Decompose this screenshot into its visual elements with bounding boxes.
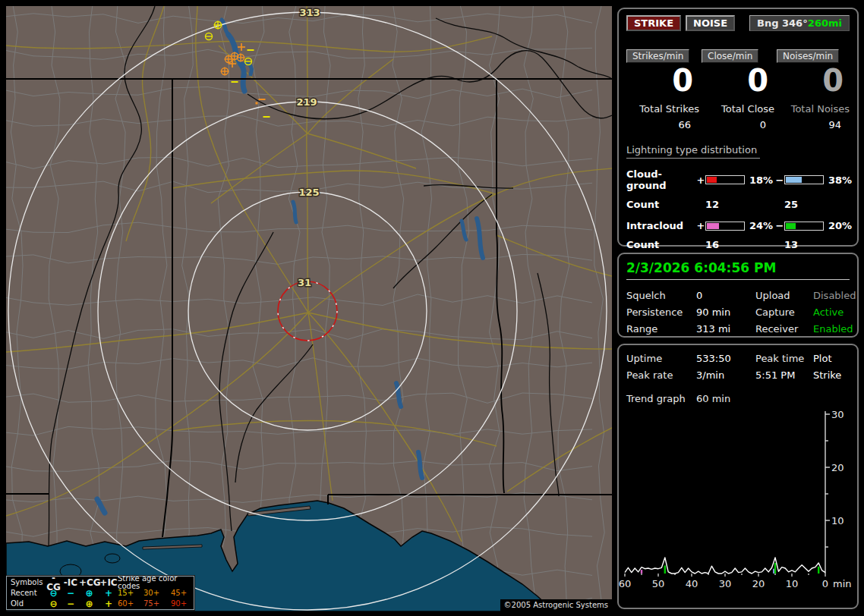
receiver-label: Receiver xyxy=(755,323,813,335)
minus-sign: − xyxy=(775,174,784,186)
cg-negative-percent: 38% xyxy=(824,174,850,186)
ic-positive-count: 16 xyxy=(705,239,745,250)
strikes-per-min-value: 0 xyxy=(626,64,699,96)
plus-sign: + xyxy=(696,174,705,186)
total-noises-value: 94 xyxy=(777,119,850,130)
strikes-per-min-badge: Strikes/min xyxy=(626,49,689,63)
ic-negative-count: 13 xyxy=(784,239,824,250)
lightning-type-distribution: Lightning type distribution Cloud-ground… xyxy=(626,144,850,250)
legend-symbol-2: ⊕ xyxy=(79,589,99,598)
legend-age-60plus: 60+ xyxy=(118,600,143,608)
cg-positive-bar xyxy=(705,175,745,184)
capture-label: Capture xyxy=(755,306,813,318)
legend-symbol-3: + xyxy=(99,589,118,598)
map-canvas[interactable]: 31125219313 xyxy=(6,6,612,611)
peak-rate-label: Peak rate xyxy=(626,369,696,381)
strikes-counter-column: Strikes/min 0 Total Strikes 66 xyxy=(626,49,699,130)
trend-graph-label: Trend graph xyxy=(626,393,696,404)
cloud-ground-label: Cloud-ground xyxy=(626,168,696,191)
legend-symbol-1: − xyxy=(62,589,79,598)
uptime-value: 533:50 xyxy=(696,353,755,364)
total-strikes-label: Total Strikes xyxy=(626,103,699,115)
count-label: Count xyxy=(626,239,696,250)
bearing-distance: 260mi xyxy=(808,17,842,29)
legend-symbol-0: ⊖ xyxy=(45,599,62,608)
datetime-display: 2/3/2026 6:04:56 PM xyxy=(626,260,850,280)
total-strikes-value: 66 xyxy=(626,119,699,130)
legend-row-label: Old xyxy=(11,600,45,608)
svg-text:20: 20 xyxy=(752,578,765,589)
noises-per-min-value: 0 xyxy=(777,64,850,96)
legend-header-cg: +CG xyxy=(79,578,99,587)
capture-status: Active xyxy=(813,306,856,318)
cg-negative-count: 25 xyxy=(784,199,824,210)
close-per-min-badge: Close/min xyxy=(702,49,758,63)
legend-symbol-1: − xyxy=(62,599,79,608)
svg-text:40: 40 xyxy=(686,578,698,589)
noise-toggle-button[interactable]: NOISE xyxy=(686,15,735,31)
legend-header-ic: -IC xyxy=(62,578,79,587)
persistence-value: 90 min xyxy=(696,306,755,318)
strike-symbol-dot xyxy=(256,102,258,105)
svg-text:10: 10 xyxy=(786,578,799,589)
legend-age-90plus: 90+ xyxy=(171,600,194,608)
trend-line xyxy=(625,558,825,574)
legend-age-title: Strike age color codes xyxy=(118,575,194,590)
legend-age-15plus: 15+ xyxy=(118,589,143,597)
svg-text:20: 20 xyxy=(831,462,844,473)
svg-text:125: 125 xyxy=(298,187,319,198)
cg-negative-bar xyxy=(784,175,824,184)
squelch-label: Squelch xyxy=(626,290,696,301)
intracloud-label: Intracloud xyxy=(626,220,696,231)
legend-header-symbols: Symbols xyxy=(11,579,45,586)
svg-text:219: 219 xyxy=(296,96,317,108)
svg-text:313: 313 xyxy=(299,7,320,18)
status-panel: 2/3/2026 6:04:56 PM Squelch 0 Upload Dis… xyxy=(617,253,859,338)
bearing-indicator: Bng 346° 260mi xyxy=(749,15,850,31)
svg-text:10: 10 xyxy=(831,515,844,526)
svg-text:60: 60 xyxy=(619,578,631,589)
receiver-status: Enabled xyxy=(813,323,856,335)
squelch-value: 0 xyxy=(696,290,755,301)
close-counter-column: Close/min 0 Total Close 0 xyxy=(702,49,774,130)
distribution-title: Lightning type distribution xyxy=(626,144,760,159)
noises-counter-column: Noises/min 0 Total Noises 94 xyxy=(777,49,850,130)
count-label: Count xyxy=(626,199,696,210)
ic-negative-percent: 20% xyxy=(824,220,850,231)
trend-panel: Uptime 533:50 Peak time Plot Peak rate 3… xyxy=(617,344,859,609)
legend-row-label: Recent xyxy=(11,589,45,597)
legend-age-45plus: 45+ xyxy=(171,589,194,597)
lightning-map[interactable]: 31125219313 Symbols-CG-IC+CG+ICStrike ag… xyxy=(6,6,612,611)
svg-text:min: min xyxy=(833,578,852,589)
plot-mode-value: Strike xyxy=(813,369,850,381)
legend-symbol-0: ⊖ xyxy=(45,589,62,598)
peak-time-value: 5:51 PM xyxy=(755,369,813,381)
legend-header-ic: +IC xyxy=(99,578,118,587)
upload-status: Disabled xyxy=(813,290,856,301)
svg-text:30: 30 xyxy=(831,409,844,420)
legend-age-30plus: 30+ xyxy=(143,589,171,597)
uptime-label: Uptime xyxy=(626,353,696,364)
strike-toggle-button[interactable]: STRIKE xyxy=(626,15,681,31)
peak-rate-value: 3/min xyxy=(696,369,755,381)
noises-per-min-badge: Noises/min xyxy=(777,49,839,63)
svg-text:50: 50 xyxy=(652,578,665,589)
legend-symbol-2: ⊕ xyxy=(79,599,99,608)
persistence-label: Persistence xyxy=(626,306,696,318)
total-close-label: Total Close xyxy=(702,103,774,115)
close-per-min-value: 0 xyxy=(702,64,774,96)
plus-sign: + xyxy=(696,220,705,231)
app-window: 31125219313 Symbols-CG-IC+CG+ICStrike ag… xyxy=(0,0,864,616)
range-value: 313 mi xyxy=(696,323,755,335)
copyright-text: ©2005 Astrogenic Systems xyxy=(500,599,612,611)
svg-text:31: 31 xyxy=(298,277,311,288)
peak-time-label: Peak time xyxy=(755,353,813,364)
cg-positive-percent: 18% xyxy=(745,174,775,186)
svg-text:0: 0 xyxy=(822,578,828,589)
map-legend: Symbols-CG-IC+CG+ICStrike age color code… xyxy=(6,576,194,610)
svg-text:30: 30 xyxy=(719,578,732,589)
counters-panel: STRIKE NOISE Bng 346° 260mi Strikes/min … xyxy=(617,8,859,247)
legend-age-75plus: 75+ xyxy=(143,600,171,608)
ic-positive-bar xyxy=(705,222,745,231)
legend-symbol-3: + xyxy=(99,599,118,608)
